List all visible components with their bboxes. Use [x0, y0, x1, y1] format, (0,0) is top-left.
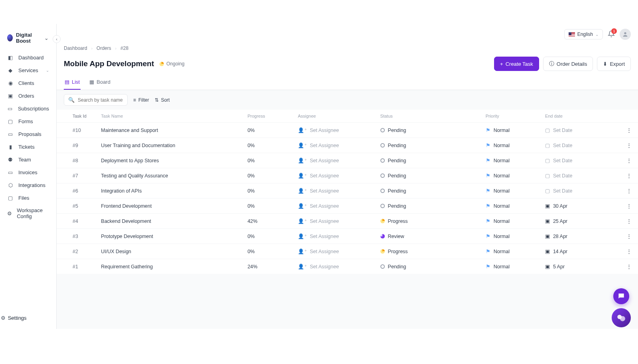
set-assignee-button[interactable]: 👤⁺Set Assignee	[298, 248, 374, 254]
task-name: Requirement Gathering	[98, 259, 244, 274]
create-task-button[interactable]: + Create Task	[494, 57, 539, 71]
row-actions-button[interactable]: ⋮	[620, 168, 638, 183]
sidebar-item-services[interactable]: ◆Services⌄	[0, 64, 56, 77]
language-switcher[interactable]: English ⌄	[564, 29, 603, 39]
task-name: Prototype Development	[98, 229, 244, 244]
search-input[interactable]	[78, 97, 123, 103]
task-status[interactable]: Review	[380, 234, 479, 239]
set-assignee-button[interactable]: 👤⁺Set Assignee	[298, 203, 374, 209]
sidebar-item-settings[interactable]: ⚙ Settings	[0, 315, 56, 321]
sidebar-item-workspace-config[interactable]: ⚙Workspace Config	[0, 204, 56, 222]
task-priority[interactable]: ⚑Normal	[486, 188, 539, 194]
sidebar-item-team[interactable]: ⚉Team	[0, 153, 56, 166]
chat-widget-button[interactable]	[613, 288, 629, 304]
table-row[interactable]: #8Deployment to App Stores0%👤⁺Set Assign…	[57, 153, 638, 168]
table-row[interactable]: #3Prototype Development0%👤⁺Set AssigneeR…	[57, 229, 638, 244]
sort-button[interactable]: ⇅ Sort	[155, 97, 170, 103]
calendar-icon: ▢	[545, 127, 550, 133]
set-assignee-button[interactable]: 👤⁺Set Assignee	[298, 233, 374, 239]
set-assignee-button[interactable]: 👤⁺Set Assignee	[298, 264, 374, 270]
set-assignee-button[interactable]: 👤⁺Set Assignee	[298, 218, 374, 224]
calendar-icon: ▢	[545, 173, 550, 179]
user-avatar[interactable]	[620, 29, 631, 40]
forms-icon: ▢	[7, 118, 14, 124]
row-actions-button[interactable]: ⋮	[620, 183, 638, 199]
tab-board[interactable]: ▦ Board	[89, 76, 111, 90]
sidebar-item-forms[interactable]: ▢Forms	[0, 115, 56, 128]
sidebar-item-integrations[interactable]: ⬡Integrations	[0, 179, 56, 191]
task-priority[interactable]: ⚑Normal	[486, 248, 539, 254]
table-row[interactable]: #7Testing and Quality Assurance0%👤⁺Set A…	[57, 168, 638, 183]
table-row[interactable]: #9User Training and Documentation0%👤⁺Set…	[57, 138, 638, 153]
flag-icon: ⚑	[486, 233, 490, 239]
sidebar-item-clients[interactable]: ◉Clients	[0, 77, 56, 89]
sidebar-item-invoices[interactable]: ▭Invoices	[0, 166, 56, 179]
sidebar-item-orders[interactable]: ▣Orders	[0, 89, 56, 102]
row-actions-button[interactable]: ⋮	[620, 153, 638, 168]
end-date[interactable]: ▣28 Apr	[545, 233, 616, 239]
order-details-button[interactable]: ⓘ Order Details	[543, 57, 593, 71]
end-date[interactable]: ▣25 Apr	[545, 218, 616, 224]
row-actions-button[interactable]: ⋮	[620, 259, 638, 274]
task-priority[interactable]: ⚑Normal	[486, 127, 539, 133]
table-row[interactable]: #1Requirement Gathering24%👤⁺Set Assignee…	[57, 259, 638, 274]
set-date-button[interactable]: ▢Set Date	[545, 188, 616, 194]
task-priority[interactable]: ⚑Normal	[486, 233, 539, 239]
sidebar-item-subscriptions[interactable]: ▭Subscriptions	[0, 102, 56, 115]
row-actions-button[interactable]: ⋮	[620, 229, 638, 244]
sidebar-item-files[interactable]: ▢Files	[0, 191, 56, 204]
task-priority[interactable]: ⚑Normal	[486, 203, 539, 209]
task-status[interactable]: Pending	[380, 128, 479, 133]
task-priority[interactable]: ⚑Normal	[486, 173, 539, 179]
task-status[interactable]: Progress	[380, 249, 479, 254]
end-date[interactable]: ▣5 Apr	[545, 264, 616, 270]
table-row[interactable]: #10Maintenance and Support0%👤⁺Set Assign…	[57, 123, 638, 138]
task-priority[interactable]: ⚑Normal	[486, 264, 539, 270]
row-actions-button[interactable]: ⋮	[620, 199, 638, 214]
task-progress: 0%	[244, 153, 295, 168]
breadcrumb-item[interactable]: #28	[120, 45, 128, 51]
table-row[interactable]: #4Backend Development42%👤⁺Set AssigneePr…	[57, 214, 638, 229]
workspace-name: Digital Boost	[16, 32, 41, 44]
set-assignee-button[interactable]: 👤⁺Set Assignee	[298, 142, 374, 148]
table-row[interactable]: #6Integration of APIs0%👤⁺Set AssigneePen…	[57, 183, 638, 199]
sidebar-item-tickets[interactable]: ▮Tickets	[0, 140, 56, 153]
row-actions-button[interactable]: ⋮	[620, 123, 638, 138]
task-priority[interactable]: ⚑Normal	[486, 157, 539, 163]
notifications-button[interactable]: 1	[608, 30, 615, 39]
set-date-button[interactable]: ▢Set Date	[545, 142, 616, 148]
set-date-button[interactable]: ▢Set Date	[545, 127, 616, 133]
task-status[interactable]: Pending	[380, 264, 479, 270]
task-status[interactable]: Pending	[380, 188, 479, 194]
task-status[interactable]: Progress	[380, 218, 479, 224]
task-priority[interactable]: ⚑Normal	[486, 218, 539, 224]
task-status[interactable]: Pending	[380, 143, 479, 148]
task-status[interactable]: Pending	[380, 173, 479, 179]
export-button[interactable]: ⬇ Export	[597, 57, 631, 71]
end-date[interactable]: ▣30 Apr	[545, 203, 616, 209]
set-assignee-button[interactable]: 👤⁺Set Assignee	[298, 188, 374, 194]
task-priority[interactable]: ⚑Normal	[486, 142, 539, 148]
table-row[interactable]: #2UI/UX Design0%👤⁺Set AssigneeProgress⚑N…	[57, 244, 638, 259]
row-actions-button[interactable]: ⋮	[620, 138, 638, 153]
row-actions-button[interactable]: ⋮	[620, 214, 638, 229]
task-status[interactable]: Pending	[380, 203, 479, 209]
app-logo-badge[interactable]	[612, 308, 631, 327]
set-date-button[interactable]: ▢Set Date	[545, 173, 616, 179]
breadcrumb-item[interactable]: Dashboard	[64, 45, 87, 51]
table-row[interactable]: #5Frontend Development0%👤⁺Set AssigneePe…	[57, 199, 638, 214]
set-assignee-button[interactable]: 👤⁺Set Assignee	[298, 173, 374, 179]
workspace-switcher[interactable]: Digital Boost ⌄	[0, 32, 56, 51]
row-actions-button[interactable]: ⋮	[620, 244, 638, 259]
breadcrumb-item[interactable]: Orders	[96, 45, 111, 51]
end-date[interactable]: ▣14 Apr	[545, 248, 616, 254]
filter-button[interactable]: ≡ Filter	[133, 97, 149, 103]
sidebar-item-proposals[interactable]: ▭Proposals	[0, 128, 56, 140]
set-assignee-button[interactable]: 👤⁺Set Assignee	[298, 127, 374, 133]
task-status[interactable]: Pending	[380, 158, 479, 163]
sidebar-item-dashboard[interactable]: ◧Dashboard	[0, 51, 56, 64]
set-date-button[interactable]: ▢Set Date	[545, 157, 616, 163]
tab-list[interactable]: ▤ List	[64, 76, 81, 90]
sidebar-item-label: Settings	[8, 315, 27, 321]
set-assignee-button[interactable]: 👤⁺Set Assignee	[298, 157, 374, 163]
